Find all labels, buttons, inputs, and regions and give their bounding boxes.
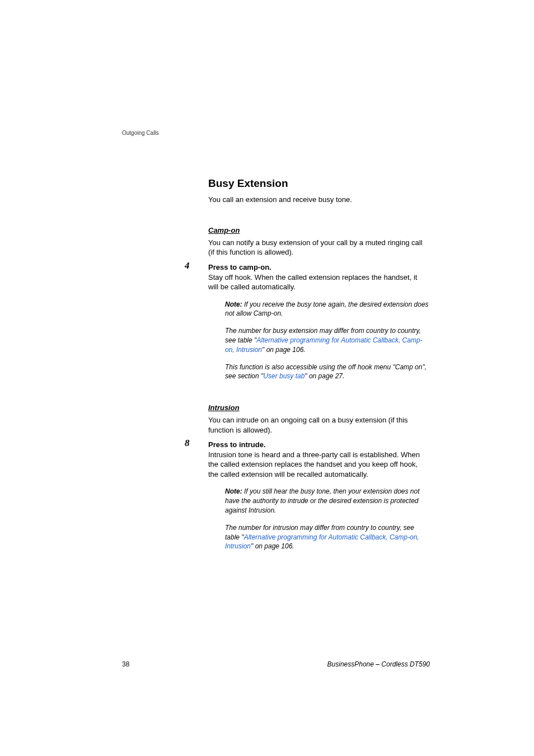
campon-step-desc: Stay off hook. When the called extension… [208,273,429,292]
step-number-8: 8 [185,438,190,449]
note-post: " on page 27. [305,372,344,380]
campon-note-3: This function is also accessible using t… [225,363,429,382]
note-label: Note: [225,487,244,495]
running-header: Outgoing Calls [122,130,159,136]
campon-description: You can notify a busy extension of your … [208,238,429,257]
intrusion-step-desc: Intrusion tone is heard and a three-part… [208,450,429,480]
page-number: 38 [122,660,129,668]
page-container: Outgoing Calls Busy Extension You call a… [0,0,534,756]
campon-note-1: Note: If you receive the busy tone again… [225,300,429,319]
note-label: Note: [225,300,244,308]
link-user-busy-tab[interactable]: User busy tab [263,372,305,380]
campon-step-label: Press to camp-on. [208,263,271,271]
page-footer: 38 BusinessPhone – Cordless DT590 [122,660,430,668]
note-post: " on page 106. [251,542,294,550]
intrusion-step-label: Press to intrude. [208,440,266,449]
step-number-4: 4 [185,260,190,271]
note-post: " on page 106. [262,346,306,354]
subsection-heading-intrusion: Intrusion [208,403,429,412]
note-text: If you receive the busy tone again, the … [225,300,429,318]
campon-note-2: The number for busy extension may differ… [225,326,429,354]
intrusion-description: You can intrude on an ongoing call on a … [208,415,429,435]
subsection-heading-camp-on: Camp-on [208,226,429,234]
intro-text: You call an extension and receive busy t… [208,195,429,205]
intrusion-note-2: The number for intrusion may differ from… [225,523,429,551]
section-gap [208,389,429,403]
intrusion-step: 8 Press to intrude. Intrusion tone is he… [208,439,429,479]
campon-step: 4 Press to camp-on. Stay off hook. When … [208,262,429,292]
section-heading-busy-extension: Busy Extension [208,177,429,190]
footer-product: BusinessPhone – Cordless DT590 [327,660,430,668]
content-area: Busy Extension You call an extension and… [208,177,429,559]
note-text: If you still hear the busy tone, then yo… [225,487,420,514]
intrusion-note-1: Note: If you still hear the busy tone, t… [225,487,429,515]
